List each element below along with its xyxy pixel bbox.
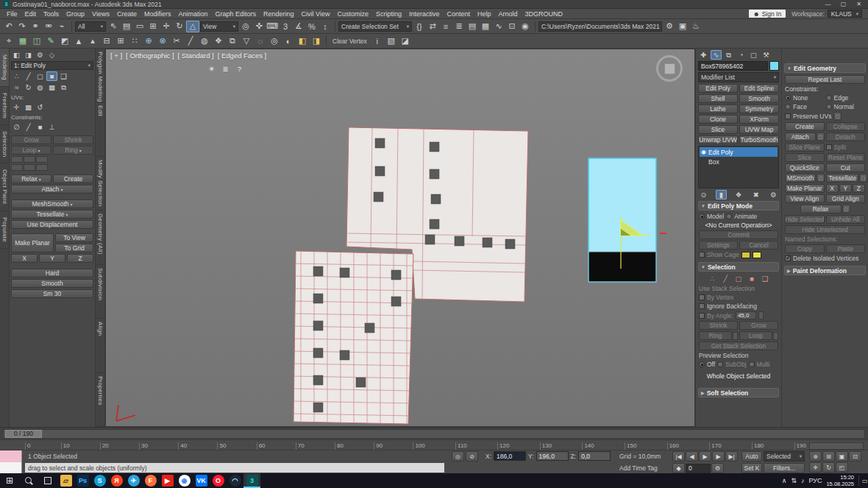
paint-deformation-rollout[interactable]: Paint Deformation <box>784 266 866 275</box>
animate-radio[interactable] <box>726 213 732 219</box>
menu-item[interactable]: Rendering <box>260 10 298 18</box>
redo-icon[interactable]: ↷ <box>15 21 29 32</box>
modifier-preset-button[interactable]: Shell <box>698 94 738 103</box>
unhide-all-button[interactable]: Unhide All <box>826 215 866 224</box>
delete-isolated-vertices-checkbox[interactable] <box>785 255 791 261</box>
unlink-selection-icon[interactable]: ⚮ <box>42 21 55 32</box>
taskbar-skype-icon[interactable]: S <box>91 473 108 488</box>
taskbar-steam-icon[interactable]: ◠ <box>227 473 243 488</box>
vertex-colors-icon[interactable]: ◨ <box>310 35 323 47</box>
make-planar-button[interactable]: Make Planar <box>785 184 825 193</box>
model-radio[interactable] <box>699 213 705 219</box>
task-view-button[interactable] <box>38 473 57 488</box>
show-end-result-icon[interactable]: ▮ <box>716 190 727 199</box>
time-slider-handle[interactable]: 0 / 190 <box>5 430 42 438</box>
modifier-preset-button[interactable]: Clone <box>698 115 738 124</box>
cancel-button[interactable]: Cancel <box>739 241 778 250</box>
menu-item[interactable]: Civil View <box>298 10 334 18</box>
open-uv-editor-icon[interactable]: ▦ <box>23 102 34 112</box>
mirror-icon[interactable]: ⇄ <box>426 21 439 32</box>
symmetry-tools-icon[interactable]: ⧉ <box>58 82 69 92</box>
offset-spinner[interactable] <box>24 164 35 171</box>
grow-button[interactable]: Grow <box>11 135 51 144</box>
snaps-toggle-icon[interactable]: 3 <box>279 21 292 32</box>
edit-poly-mode-rollout[interactable]: Edit Poly Mode <box>698 201 779 211</box>
meshsmooth-button[interactable]: MeshSmooth <box>11 199 93 208</box>
menu-item[interactable]: Views <box>88 10 113 18</box>
object-color-swatch[interactable] <box>769 61 779 71</box>
ignore-backfacing-checkbox[interactable] <box>699 303 705 309</box>
zoom-extents-icon[interactable]: ▣ <box>836 451 848 462</box>
grow-button[interactable]: Grow <box>739 321 778 330</box>
tessellate-button[interactable]: Tessellate <box>11 210 93 219</box>
repeat-tool-icon[interactable]: ↻ <box>23 82 34 92</box>
working-pivot-icon[interactable]: ⌖ <box>2 35 15 47</box>
preview-subobj-radio[interactable] <box>717 361 723 367</box>
menu-item[interactable]: Create <box>113 10 140 18</box>
polygon-modeling-icon[interactable]: ▦ <box>16 35 29 47</box>
window-crossing-icon[interactable]: ⊞ <box>146 21 160 32</box>
border-mode-icon[interactable]: ▢ <box>35 71 46 81</box>
close-button[interactable]: ✕ <box>853 0 865 8</box>
quickslice-icon[interactable]: ╱ <box>184 35 197 47</box>
viewport-label-part[interactable]: [ + ] <box>110 52 122 60</box>
constraint-normal-icon[interactable]: ⊥ <box>46 122 57 132</box>
modifier-stack[interactable]: ◉ Edit Poly ◉ Box <box>698 146 779 188</box>
remove-modifier-icon[interactable]: ✖ <box>750 190 761 199</box>
language-indicator[interactable]: РУС <box>808 477 822 484</box>
msmooth-button[interactable]: MSmooth <box>785 174 816 183</box>
weld-icon[interactable]: ⊕ <box>142 35 155 47</box>
render-production-icon[interactable]: ♨ <box>689 21 702 32</box>
named-selection-set-combo[interactable]: Create Selection Set▾ <box>338 21 412 32</box>
modifier-preset-button[interactable]: UVW Map <box>739 125 779 134</box>
use-pivot-center-icon[interactable]: ◎ <box>239 21 252 32</box>
viewport-label-part[interactable]: [ Orthographic ] <box>126 52 174 60</box>
preserve-uvs-options-button[interactable]: □ <box>833 112 842 121</box>
collapse-button[interactable]: Collapse <box>826 122 866 131</box>
vertex-alpha-icon[interactable]: ◪ <box>399 35 412 47</box>
clear-vertex-button[interactable]: Clear Vertex <box>332 38 367 45</box>
x-value-field[interactable]: 186,0 <box>494 451 526 461</box>
reference-coordinate-dropdown[interactable]: View▾ <box>200 21 238 32</box>
object-name-field[interactable]: Box578965402 <box>698 61 768 71</box>
ring-button[interactable]: Ring <box>53 146 93 155</box>
selection-lock-icon[interactable]: ⊘ <box>466 451 478 462</box>
inset-icon[interactable]: ⊟ <box>100 35 113 47</box>
go-to-end-icon[interactable]: ▶| <box>725 451 738 462</box>
shaded-selection-icon[interactable]: ◨ <box>23 50 34 60</box>
constraint-none-icon[interactable]: ∅ <box>11 122 22 132</box>
show-cage-checkbox[interactable] <box>699 252 705 258</box>
bevel-icon[interactable]: ▴ <box>86 35 99 47</box>
motion-tab-icon[interactable]: ◔ <box>736 50 747 60</box>
msmooth-icon[interactable]: ◍ <box>198 35 211 47</box>
split-checkbox[interactable] <box>826 144 832 150</box>
commit-button[interactable]: Commit <box>699 230 778 239</box>
tray-expand-icon[interactable]: ∧ <box>782 477 787 484</box>
cage-selected-color-swatch[interactable] <box>753 252 761 258</box>
detach-icon[interactable]: ⧉ <box>226 35 239 47</box>
ignore-backfacing-icon[interactable]: ◐ <box>282 35 295 47</box>
vertex-subobject-icon[interactable]: ∴ <box>707 274 718 283</box>
planar-y-button[interactable]: Y <box>839 184 852 193</box>
attach-button[interactable]: Attach <box>785 132 816 141</box>
workspace-dropdown[interactable]: KLAUS ▾ <box>828 10 862 18</box>
ribbon-section-label[interactable]: Polygon Modeling <box>96 49 104 102</box>
notification-center-icon[interactable]: ▭ <box>858 475 866 486</box>
zoom-region-icon[interactable]: ⊡ <box>849 451 861 462</box>
taskbar-yandex-icon[interactable]: Я <box>108 473 125 488</box>
create-button[interactable]: Create <box>785 122 825 131</box>
taskbar-explorer-icon[interactable]: ▱ <box>57 473 74 488</box>
maxscript-mini-listener-white[interactable] <box>0 462 22 474</box>
constraint-none-radio[interactable] <box>785 95 791 101</box>
hierarchy-tab-icon[interactable]: ⧉ <box>723 50 734 60</box>
start-button[interactable]: ⊞ <box>0 473 19 488</box>
ribbon-toggle-icon[interactable]: ▦ <box>479 21 492 32</box>
shrink-button[interactable]: Shrink <box>53 135 93 144</box>
angle-value-field[interactable]: 45,0 <box>736 311 756 319</box>
tessellate-options-button[interactable]: □ <box>859 174 867 183</box>
play-icon[interactable]: ▶ <box>699 451 711 462</box>
preview-off-radio[interactable] <box>699 361 705 367</box>
selection-rollout[interactable]: Selection <box>698 262 779 272</box>
nurms-toggle-icon[interactable]: ◍ <box>35 82 46 92</box>
element-subobject-icon[interactable]: ❑ <box>760 274 771 283</box>
